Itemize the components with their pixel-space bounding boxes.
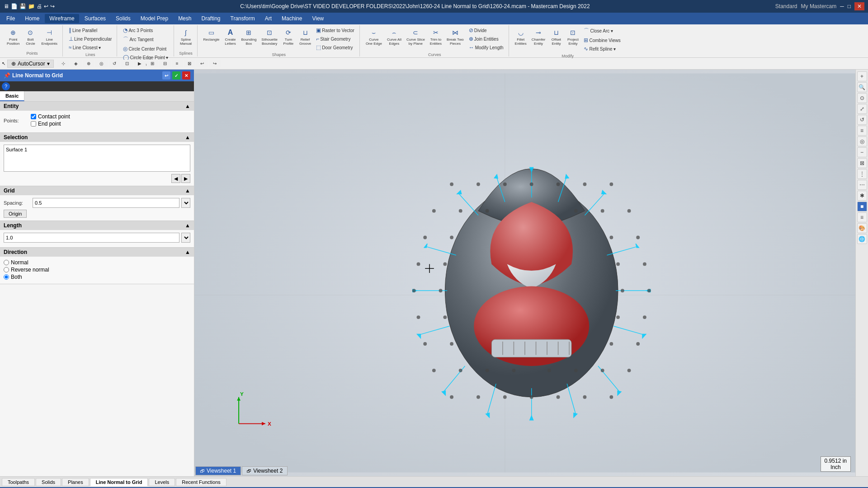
menu-model-prep[interactable]: Model Prep: [136, 14, 173, 23]
rt-rotate-btn[interactable]: ↺: [857, 115, 867, 125]
normal-radio[interactable]: [4, 260, 9, 265]
tab-toolpaths[interactable]: Toolpaths: [2, 478, 35, 486]
length-input[interactable]: [4, 233, 179, 243]
trim-entities-btn[interactable]: ✂ Trim toEntities: [428, 26, 444, 52]
bolt-circle-btn[interactable]: ⊙ BoltCircle: [22, 26, 38, 50]
combine-views-btn[interactable]: ⊞ Combine Views: [581, 36, 623, 44]
menu-surfaces[interactable]: Surfaces: [80, 14, 110, 23]
direction-section-header[interactable]: Direction ▲: [0, 248, 194, 257]
spacing-input[interactable]: [33, 198, 179, 208]
menu-solids[interactable]: Solids: [111, 14, 135, 23]
menu-wireframe[interactable]: Wireframe: [45, 14, 79, 23]
view-btn-10[interactable]: ≡: [172, 60, 183, 67]
rt-expand-btn[interactable]: ⤢: [857, 104, 867, 114]
divide-btn[interactable]: ⊘ Divide: [467, 26, 506, 34]
rt-close-box-btn[interactable]: ⊠: [857, 158, 867, 168]
spacing-unit-select[interactable]: ▾: [181, 198, 190, 208]
break-two-btn[interactable]: ⋈ Break TwoPieces: [444, 26, 466, 52]
maximize-btn[interactable]: □: [848, 3, 851, 9]
modify-length-btn[interactable]: ↔ Modify Length: [467, 43, 506, 52]
relief-groove-btn[interactable]: ⊔ ReliefGroove: [297, 26, 313, 52]
tab-line-normal[interactable]: Line Normal to Grid: [90, 478, 148, 486]
view-btn-9[interactable]: ⊟: [159, 60, 171, 67]
tab-solids[interactable]: Solids: [36, 478, 61, 486]
create-letters-btn[interactable]: A CreateLetters: [222, 26, 239, 52]
rt-search-btn[interactable]: 🔍: [857, 82, 867, 92]
both-radio[interactable]: [4, 274, 9, 280]
close-btn[interactable]: ✕: [854, 2, 864, 10]
join-entities-btn[interactable]: ⊕ Join Entities: [467, 35, 506, 43]
view-btn-8[interactable]: ⊞: [146, 60, 158, 67]
line-perpendicular-btn[interactable]: ⊥ Line Perpendicular: [66, 35, 114, 43]
line-endpoints-btn[interactable]: ⊣ LineEndpoints: [39, 26, 60, 50]
line-closest-btn[interactable]: ≈ Line Closest ▾: [66, 43, 114, 52]
menu-machine[interactable]: Machine: [277, 14, 307, 23]
entity-section-header[interactable]: Entity ▲: [0, 102, 194, 111]
rt-palette-btn[interactable]: 🎨: [857, 223, 867, 233]
contact-point-checkbox[interactable]: [31, 114, 36, 119]
arc-3points-btn[interactable]: ◔ Arc 3 Points: [121, 26, 170, 34]
refit-spline-btn[interactable]: ∿ Refit Spline ▾: [581, 45, 623, 53]
curve-slice-btn[interactable]: ⊂ Curve Sliceby Plane: [404, 26, 427, 52]
end-point-checkbox[interactable]: [31, 121, 36, 127]
menu-view[interactable]: View: [307, 14, 328, 23]
length-section-header[interactable]: Length ▲: [0, 221, 194, 230]
view-btn-2[interactable]: ◈: [70, 60, 82, 67]
tab-planes[interactable]: Planes: [62, 478, 89, 486]
point-position-btn[interactable]: ⊕ PointPosition: [5, 26, 22, 50]
help-btn[interactable]: ?: [2, 82, 10, 90]
view-btn-6[interactable]: ⊡: [121, 60, 133, 67]
view-btn-1[interactable]: ⊹: [57, 60, 69, 67]
menu-file[interactable]: File: [2, 14, 19, 23]
selection-section-header[interactable]: Selection ▲: [0, 133, 194, 142]
curve-all-edges-btn[interactable]: ⌢ Curve AllEdges: [385, 26, 404, 52]
rt-list-btn[interactable]: ≡: [857, 212, 867, 222]
tab-levels[interactable]: Levels: [149, 478, 175, 486]
panel-undo-btn[interactable]: ↩: [162, 71, 170, 80]
line-parallel-btn[interactable]: ∥ Line Parallel: [66, 26, 114, 34]
bounding-box-btn[interactable]: ⊞ BoundingBox: [239, 26, 259, 52]
rt-fit-btn[interactable]: ⊙: [857, 93, 867, 103]
fillet-entities-btn[interactable]: ◡ FilletEntities: [513, 26, 529, 53]
rt-menu-btn[interactable]: ≡: [857, 126, 867, 136]
silhouette-boundary-btn[interactable]: ⊡ SilhouetteBoundary: [259, 26, 280, 52]
rt-dots-h-btn[interactable]: ⋯: [857, 180, 867, 190]
view-btn-5[interactable]: ↺: [108, 60, 120, 67]
rt-minus-btn[interactable]: −: [857, 147, 867, 157]
menu-transform[interactable]: Transform: [226, 14, 259, 23]
circle-center-btn[interactable]: ◎ Circle Center Point: [121, 45, 170, 53]
viewsheet-2-tab[interactable]: 🗗 Viewsheet 2: [242, 466, 288, 475]
rectangle-btn[interactable]: ▭ Rectangle: [201, 26, 222, 52]
menu-drafting[interactable]: Drafting: [197, 14, 225, 23]
arc-tangent-btn[interactable]: ⌒ Arc Tangent: [121, 35, 170, 44]
project-entity-btn[interactable]: ⊡ ProjectEntity: [565, 26, 581, 53]
view-btn-7[interactable]: ▶: [134, 60, 146, 67]
turn-profile-btn[interactable]: ⟳ TurnProfile: [280, 26, 297, 52]
panel-cancel-btn[interactable]: ✕: [182, 71, 190, 80]
grid-section-header[interactable]: Grid ▲: [0, 186, 194, 195]
autocursor-dropdown[interactable]: ▾: [47, 61, 50, 67]
minimize-btn[interactable]: ─: [840, 3, 844, 9]
menu-art[interactable]: Art: [260, 14, 276, 23]
rt-target-btn[interactable]: ◎: [857, 136, 867, 146]
offset-entity-btn[interactable]: ⊔ OffsetEntity: [548, 26, 564, 53]
rt-star-btn[interactable]: ✱: [857, 191, 867, 201]
spline-manual-btn[interactable]: ∫ SplineManual: [178, 26, 194, 50]
selection-back-btn[interactable]: ◀: [171, 174, 180, 183]
origin-btn[interactable]: Origin: [4, 210, 27, 218]
rt-active-btn[interactable]: ■: [857, 202, 867, 211]
autocursor-bar[interactable]: ⊕ AutoCursor ▾: [7, 60, 54, 68]
selection-input[interactable]: Surface 1: [4, 145, 190, 172]
selection-forward-btn[interactable]: ▶: [181, 174, 190, 183]
curve-one-edge-btn[interactable]: ⌣ CurveOne Edge: [363, 26, 384, 52]
rt-dots-v-btn[interactable]: ⋮: [857, 169, 867, 179]
door-geometry-btn[interactable]: ⬚ Door Geometry: [314, 43, 357, 52]
view-btn-13[interactable]: ↪: [209, 60, 221, 67]
menu-mesh[interactable]: Mesh: [174, 14, 196, 23]
stair-geometry-btn[interactable]: ⌐ Stair Geometry: [314, 35, 357, 43]
viewsheet-1-tab[interactable]: 🗗 Viewsheet 1: [195, 466, 241, 475]
view-btn-11[interactable]: ⊠: [184, 60, 195, 67]
chamfer-entity-btn[interactable]: ⊸ ChamferEntity: [529, 26, 548, 53]
view-btn-12[interactable]: ↩: [196, 60, 208, 67]
close-arc-btn[interactable]: ⌒ Close Arc ▾: [581, 26, 623, 36]
